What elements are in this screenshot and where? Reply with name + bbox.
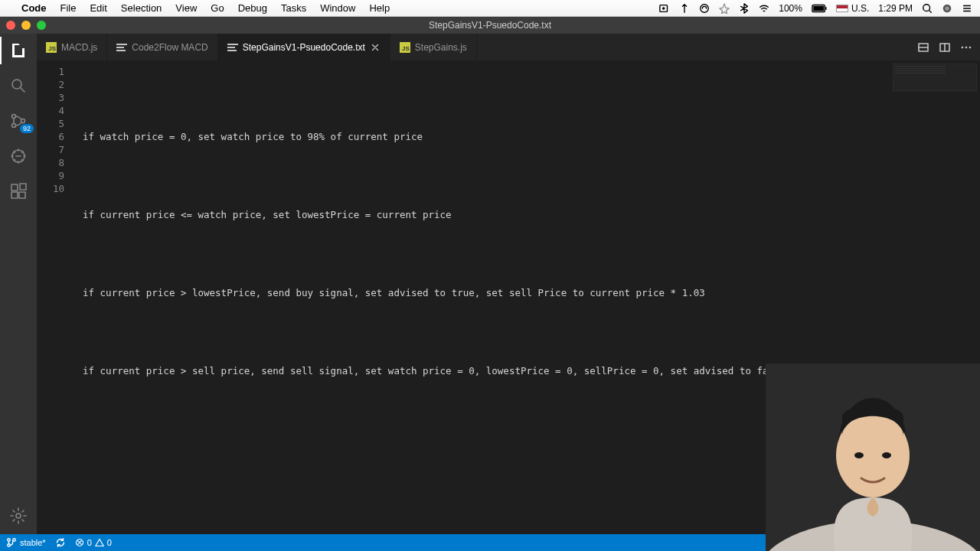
window-titlebar: StepGainsV1-PsuedoCode.txt — [0, 17, 980, 34]
line-number-gutter: 12345678910 — [37, 60, 75, 534]
explorer-icon[interactable] — [8, 40, 29, 61]
minimize-window-button[interactable] — [21, 21, 31, 30]
activity-bar: 92 — [0, 34, 37, 534]
svg-point-21 — [962, 46, 964, 48]
code-line[interactable]: if current price <= watch price, set low… — [83, 208, 980, 221]
menu-go[interactable]: Go — [211, 2, 224, 14]
tab-stepgains-js[interactable]: JS StepGains.js — [390, 34, 477, 60]
svg-point-22 — [965, 46, 968, 48]
wifi-icon[interactable] — [759, 3, 769, 14]
macos-menubar: Code File Edit Selection View Go Debug T… — [0, 0, 980, 17]
svg-rect-17 — [20, 184, 26, 190]
tab-stepgains-pseudo[interactable]: StepGainsV1-PsuedoCode.txt — [218, 34, 390, 60]
git-branch-status[interactable]: stable* — [6, 537, 46, 548]
error-icon — [75, 538, 84, 547]
menubar-extra-icon[interactable] — [679, 3, 690, 14]
tab-code2flow[interactable]: Code2Flow MACD — [107, 34, 217, 60]
svg-point-31 — [836, 413, 910, 497]
siri-icon[interactable] — [942, 3, 952, 14]
sync-icon — [55, 537, 66, 548]
svg-rect-5 — [825, 7, 826, 10]
battery-percent: 100% — [779, 3, 802, 14]
window-title: StepGainsV1-PsuedoCode.txt — [429, 20, 551, 31]
svg-rect-16 — [19, 192, 25, 198]
source-control-icon[interactable]: 92 — [8, 110, 29, 132]
traffic-lights — [6, 21, 46, 30]
svg-rect-14 — [11, 184, 18, 191]
menu-file[interactable]: File — [60, 2, 77, 14]
menu-tasks[interactable]: Tasks — [281, 2, 306, 14]
presenter-video — [766, 364, 980, 551]
menu-debug[interactable]: Debug — [238, 2, 267, 14]
minimap[interactable] — [893, 64, 977, 91]
svg-point-26 — [13, 539, 16, 542]
tab-macd-js[interactable]: JS MACD.js — [37, 34, 107, 60]
sync-status-icon[interactable] — [699, 3, 710, 14]
menu-view[interactable]: View — [175, 2, 197, 14]
clock[interactable]: 1:29 PM — [878, 3, 913, 14]
menu-window[interactable]: Window — [320, 2, 355, 14]
svg-point-33 — [882, 452, 891, 458]
close-window-button[interactable] — [6, 21, 15, 30]
code-line[interactable]: if current price > lowestPrice, send buy… — [83, 286, 980, 299]
search-icon[interactable] — [8, 75, 29, 96]
menu-edit[interactable]: Edit — [90, 2, 106, 14]
input-source[interactable]: U.S. — [836, 3, 869, 14]
us-flag-icon — [836, 5, 848, 12]
location-icon[interactable] — [719, 3, 730, 14]
split-vertical-icon[interactable] — [939, 41, 951, 54]
text-file-icon — [227, 44, 238, 51]
sync-status[interactable] — [55, 537, 66, 548]
git-branch-icon — [6, 537, 17, 548]
close-tab-icon[interactable] — [370, 42, 381, 53]
debug-icon[interactable] — [8, 145, 29, 167]
extensions-icon[interactable] — [8, 181, 29, 202]
zoom-window-button[interactable] — [37, 21, 46, 30]
webcam-overlay — [766, 364, 980, 551]
tab-label: MACD.js — [61, 42, 97, 53]
svg-point-9 — [12, 80, 21, 89]
svg-point-23 — [969, 46, 972, 48]
svg-point-8 — [945, 6, 949, 10]
text-file-icon — [116, 44, 127, 51]
bluetooth-icon[interactable] — [739, 3, 750, 14]
svg-rect-4 — [813, 5, 824, 10]
tab-actions — [917, 34, 980, 60]
svg-point-32 — [854, 452, 864, 458]
scm-badge: 92 — [20, 124, 34, 133]
tab-label: StepGainsV1-PsuedoCode.txt — [243, 42, 365, 53]
menu-help[interactable]: Help — [369, 2, 390, 14]
warning-icon — [95, 538, 104, 547]
svg-point-2 — [701, 4, 709, 12]
svg-point-18 — [16, 514, 21, 518]
tab-label: StepGains.js — [415, 42, 467, 53]
app-name[interactable]: Code — [21, 2, 47, 14]
code-line[interactable] — [83, 247, 980, 260]
code-line[interactable]: if watch price = 0, set watch price to 9… — [83, 130, 980, 143]
code-line[interactable] — [83, 325, 980, 338]
notification-center-icon[interactable] — [962, 3, 972, 14]
tab-label: Code2Flow MACD — [132, 42, 207, 53]
js-file-icon: JS — [400, 42, 410, 53]
menu-selection[interactable]: Selection — [121, 2, 162, 14]
problems-status[interactable]: 0 0 — [75, 538, 112, 547]
svg-point-1 — [662, 7, 665, 10]
settings-gear-icon[interactable] — [8, 505, 29, 527]
battery-icon[interactable] — [812, 3, 827, 14]
svg-rect-15 — [11, 192, 18, 198]
split-horizontal-icon[interactable] — [917, 41, 929, 54]
code-line[interactable] — [83, 169, 980, 182]
js-file-icon: JS — [46, 42, 57, 53]
screen-record-icon[interactable] — [659, 3, 670, 14]
editor-tabbar: JS MACD.js Code2Flow MACD StepGainsV1-Ps… — [37, 34, 980, 60]
spotlight-icon[interactable] — [922, 3, 933, 14]
more-actions-icon[interactable] — [960, 41, 972, 54]
code-line[interactable] — [83, 91, 980, 104]
